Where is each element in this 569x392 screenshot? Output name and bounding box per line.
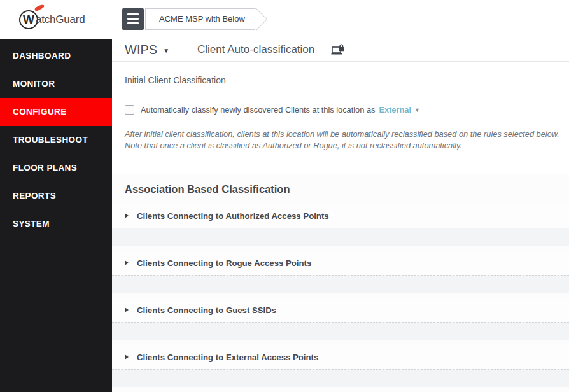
auto-classify-row: Automatically classify newly discovered … [112, 92, 569, 115]
rule-authorized-aps-header[interactable]: Clients Connecting to Authorized Access … [112, 204, 569, 228]
note-line-2: Note that once a client is classified as… [125, 140, 559, 152]
reclassification-note: After initial client classification, cli… [112, 120, 569, 174]
rule-external-aps-header[interactable]: Clients Connecting to External Access Po… [112, 345, 569, 369]
logo-text: atchGuard [36, 13, 85, 26]
sidebar: W atchGuard DASHBOARD MONITOR CONFIGURE … [0, 0, 112, 392]
rule-section: Clients Connecting to External Access Po… [112, 345, 569, 387]
caret-right-icon [125, 260, 129, 265]
rule-section: Clients Connecting to Guest SSIDs [112, 298, 569, 340]
rule-label: Clients Connecting to Guest SSIDs [137, 305, 276, 315]
sidebar-nav: DASHBOARD MONITOR CONFIGURE TROUBLESHOOT… [0, 39, 112, 392]
rule-collapsed-panel [112, 369, 569, 387]
module-bar: WIPS ▼ Client Auto-classification [112, 38, 569, 62]
main-content: ACME MSP with Below ... WIPS ▼ Client Au… [112, 0, 569, 392]
association-section-heading: Association Based Classification [112, 174, 569, 204]
sidebar-item-dashboard[interactable]: DASHBOARD [0, 42, 112, 70]
caret-right-icon [125, 307, 129, 312]
logo-area: W atchGuard [0, 0, 112, 39]
sidebar-item-floor-plans[interactable]: FLOOR PLANS [0, 154, 112, 182]
rule-guest-ssids-header[interactable]: Clients Connecting to Guest SSIDs [112, 298, 569, 322]
rule-label: Clients Connecting to External Access Po… [137, 353, 318, 362]
menu-button[interactable] [122, 8, 144, 30]
caret-right-icon [125, 213, 129, 218]
wips-module-dropdown[interactable]: WIPS ▼ [125, 43, 169, 57]
top-bar: ACME MSP with Below ... [112, 0, 569, 38]
rule-collapsed-panel [112, 228, 569, 246]
watchguard-logo: W atchGuard [19, 10, 85, 29]
chevron-down-icon[interactable]: ▼ [414, 106, 420, 113]
app-window: W atchGuard DASHBOARD MONITOR CONFIGURE … [0, 0, 569, 392]
sidebar-item-system[interactable]: SYSTEM [0, 210, 112, 238]
auto-classify-label: Automatically classify newly discovered … [141, 105, 375, 115]
rule-collapsed-panel [112, 322, 569, 340]
rule-label: Clients Connecting to Authorized Access … [137, 211, 329, 221]
classification-dropdown[interactable]: External [379, 105, 411, 115]
hamburger-icon [127, 22, 139, 24]
auto-classify-checkbox[interactable] [125, 105, 134, 115]
module-name: WIPS [125, 43, 157, 57]
caret-right-icon [125, 354, 129, 360]
sidebar-item-reports[interactable]: REPORTS [0, 182, 112, 210]
note-line-1: After initial client classification, cli… [125, 129, 559, 141]
hamburger-icon [127, 18, 139, 20]
rule-label: Clients Connecting to Rogue Access Point… [137, 258, 311, 268]
logo-red-swoosh-icon [34, 4, 45, 12]
sidebar-item-monitor[interactable]: MONITOR [0, 70, 112, 98]
rule-section: Clients Connecting to Rogue Access Point… [112, 251, 569, 293]
initial-classification-section-title: Initial Client Classification [112, 62, 569, 92]
client-lock-icon [331, 44, 346, 55]
rule-collapsed-panel [112, 275, 569, 293]
page-title: Client Auto-classification [197, 43, 314, 56]
breadcrumb[interactable]: ACME MSP with Below ... [145, 8, 256, 30]
rule-section: Clients Connecting to Authorized Access … [112, 204, 569, 246]
sidebar-item-troubleshoot[interactable]: TROUBLESHOOT [0, 126, 112, 154]
rule-rogue-aps-header[interactable]: Clients Connecting to Rogue Access Point… [112, 251, 569, 275]
chevron-down-icon: ▼ [163, 45, 169, 54]
hamburger-icon [127, 13, 139, 15]
sidebar-item-configure[interactable]: CONFIGURE [0, 98, 112, 126]
association-classification-section: Association Based Classification Clients… [112, 174, 569, 392]
